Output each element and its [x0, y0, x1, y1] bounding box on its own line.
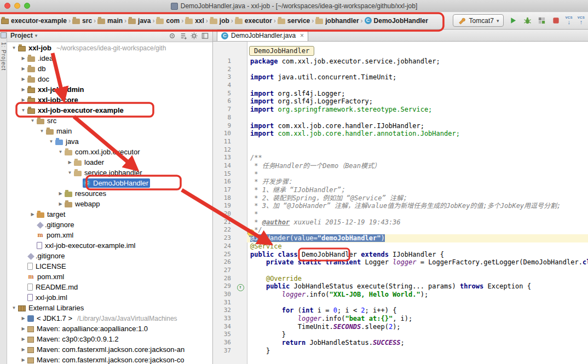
expand-arrow-icon[interactable]: ▶ [20, 66, 27, 71]
collapse-arrow-icon[interactable]: ▼ [57, 149, 64, 154]
code-line-36[interactable]: 36 return JobHandleStatus.SUCCESS; [213, 339, 588, 347]
tree-item-.gitignore[interactable]: .gitignore [7, 251, 212, 261]
collapse-arrow-icon[interactable]: ▼ [38, 129, 45, 134]
expand-arrow-icon[interactable]: ▶ [20, 97, 27, 102]
breadcrumb-item-src[interactable]: src [72, 17, 92, 25]
tree-item-.idea[interactable]: ▶.idea [7, 53, 212, 63]
code-line-23[interactable]: 23@JobHander(value="demoJobHandler") [213, 234, 588, 242]
tree-item-license[interactable]: LICENSE [7, 261, 212, 271]
tree-item-src[interactable]: ▼src [7, 115, 212, 126]
intention-bulb-icon[interactable] [247, 229, 255, 236]
run-with-coverage-button[interactable] [537, 16, 546, 25]
run-config-selector[interactable]: Tomcat7 ▾ [453, 14, 504, 27]
collapse-arrow-icon[interactable]: ▼ [10, 45, 18, 50]
expand-arrow-icon[interactable]: ▶ [20, 87, 27, 92]
code-line-9[interactable]: 9import com.xxl.job.core.handler.IJobHan… [213, 122, 588, 130]
expand-arrow-icon[interactable]: ▶ [20, 316, 27, 321]
breadcrumb-item-executor-example[interactable]: executor-example [1, 17, 67, 25]
code-line-16[interactable]: 16 * 开发步骤： [213, 178, 588, 186]
tree-item-resources[interactable]: ▶resources [7, 188, 212, 199]
collapse-arrow-icon[interactable]: ▼ [20, 108, 27, 113]
collapse-arrow-icon[interactable]: ▼ [10, 305, 18, 310]
tree-item-xxl-job-executor-example[interactable]: ▼xxl-job-executor-example [7, 105, 212, 115]
code-line-15[interactable]: 15 * [213, 170, 588, 178]
expand-arrow-icon[interactable]: ▶ [66, 160, 73, 165]
locate-file-button[interactable] [168, 31, 176, 40]
tree-item-.gitignore[interactable]: .gitignore [7, 219, 212, 230]
expand-arrow-icon[interactable]: ▶ [29, 212, 36, 217]
breadcrumb-item-main[interactable]: main [97, 17, 123, 25]
code-line-22[interactable]: 22 */ [213, 226, 588, 234]
expand-arrow-icon[interactable]: ▶ [57, 201, 64, 206]
code-line-2[interactable]: 2 [213, 66, 588, 74]
code-line-37[interactable]: 37 } [213, 347, 588, 355]
tree-item-loader[interactable]: ▶loader [7, 157, 212, 167]
breadcrumb-item-java[interactable]: java [128, 17, 151, 25]
tree-item-xxl-job[interactable]: ▼xxl-job~/workspaces/idea-git-workspace/… [7, 43, 212, 53]
project-tool-window-icon[interactable] [1, 32, 7, 38]
tree-item-doc[interactable]: ▶doc [7, 74, 212, 84]
debug-button[interactable] [523, 16, 532, 25]
code-line-21[interactable]: 21 * @author xuxueli 2015-12-19 19:43:36 [213, 218, 588, 227]
stop-button[interactable] [551, 16, 561, 25]
project-tool-window-tab[interactable]: 1: Project [1, 42, 7, 71]
code-line-12[interactable]: 12 [213, 146, 588, 154]
tree-item-maven-aopalliance-aopalliance-1.0[interactable]: ▶Maven: aopalliance:aopalliance:1.0 [7, 323, 212, 334]
tree-item-db[interactable]: ▶db [7, 63, 212, 74]
code-line-14[interactable]: 14 * 任务Handler的一个Demo（Bean模式） [213, 162, 588, 170]
code-line-28[interactable]: 28 @Override [213, 275, 588, 283]
code-line-24[interactable]: 24@Service [213, 242, 588, 251]
tree-item-maven-c3p0-c3p0-0.9.1.2[interactable]: ▶Maven: c3p0:c3p0:0.9.1.2 [7, 334, 212, 344]
code-line-13[interactable]: 13/** [213, 154, 588, 162]
breadcrumb-item-jobhandler[interactable]: jobhandler [315, 17, 359, 25]
code-line-10[interactable]: 10import com.xxl.job.core.handler.annota… [213, 130, 588, 138]
tree-item-maven-com.fasterxml.jackson.core-jackson-an[interactable]: ▶Maven: com.fasterxml.jackson.core:jacks… [7, 344, 212, 355]
code-line-18[interactable]: 18 * 2、装配到Spring，例如加 “@Service” 注解； [213, 194, 588, 203]
minimize-window-button[interactable] [14, 3, 20, 9]
code-line-33[interactable]: 33 logger.info("beat at:{}", i); [213, 315, 588, 323]
tree-item-readme.md[interactable]: README.md [7, 282, 212, 292]
code-line-25[interactable]: 25public class DemoJobHandler extends IJ… [213, 251, 588, 259]
code-line-30[interactable]: 30 logger.info("XXL-JOB, Hello World."); [213, 291, 588, 299]
close-window-button[interactable] [4, 3, 10, 9]
tab-demojobhandler[interactable]: C DemoJobHandler.java × [217, 30, 308, 41]
code-line-3[interactable]: 3import java.util.concurrent.TimeUnit; [213, 73, 588, 82]
code-line-35[interactable]: 35 } [213, 331, 588, 339]
code-line-26[interactable]: 26 private static transient Logger logge… [213, 258, 588, 267]
code-line-19[interactable]: 19 * 3、加 “@JobHander” 注解，注解value值为新增任务生成… [213, 202, 588, 210]
tree-item-xxl-job.iml[interactable]: xxl-job.iml [7, 292, 212, 303]
tree-item-external-libraries[interactable]: ▼External Libraries [7, 303, 212, 313]
code-line-4[interactable]: 4 [213, 82, 588, 90]
tree-item-service.jobhandler[interactable]: ▼service.jobhandler [7, 167, 212, 178]
tree-item-main[interactable]: ▼main [7, 126, 212, 136]
code-line-11[interactable]: 11 [213, 138, 588, 146]
vcs-update-button[interactable]: VCS ↓ [566, 16, 573, 25]
code-line-5[interactable]: 5import org.slf4j.Logger; [213, 90, 588, 98]
collapse-all-button[interactable] [178, 31, 187, 40]
code-line-1[interactable]: 1package com.xxl.job.executor.service.jo… [213, 57, 588, 66]
tree-item-com.xxl.job.executor[interactable]: ▼com.xxl.job.executor [7, 147, 212, 157]
expand-arrow-icon[interactable]: ▶ [20, 77, 27, 82]
code-line-34[interactable]: 34 TimeUnit.SECONDS.sleep(2); [213, 323, 588, 331]
expand-arrow-icon[interactable]: ▶ [20, 357, 27, 362]
tree-item-target[interactable]: ▶target [7, 209, 212, 219]
breadcrumb-item-xxl[interactable]: xxl [185, 17, 204, 25]
expand-arrow-icon[interactable]: ▶ [20, 326, 27, 331]
tree-item-xxl-job-executor-example.iml[interactable]: xxl-job-executor-example.iml [7, 240, 212, 251]
project-view-selector[interactable]: Project [10, 32, 33, 39]
close-tab-icon[interactable]: × [300, 32, 304, 39]
collapse-arrow-icon[interactable]: ▼ [66, 170, 73, 175]
code-line-7[interactable]: 7import org.springframework.stereotype.S… [213, 106, 588, 114]
tree-item-demojobhandler[interactable]: CDemoJobHandler [7, 178, 212, 188]
tree-item-maven-com.fasterxml.jackson.core-jackson-co[interactable]: ▶Maven: com.fasterxml.jackson.core:jacks… [7, 355, 212, 364]
code-line-6[interactable]: 6import org.slf4j.LoggerFactory; [213, 97, 588, 106]
tree-item--jdk1.7-[interactable]: ▶< JDK1.7 >/Library/Java/JavaVirtualMach… [7, 313, 212, 323]
tree-item-pom.xml[interactable]: mpom.xml [7, 230, 212, 240]
code-line-17[interactable]: 17 * 1、继承 “IJobHandler”； [213, 186, 588, 194]
zoom-window-button[interactable] [24, 3, 30, 9]
hide-panel-button[interactable] [200, 31, 209, 40]
code-line-31[interactable]: 31 [213, 299, 588, 307]
context-chip[interactable]: DemoJobHandler [249, 46, 314, 56]
code-line-29[interactable]: 29↑ public JobHandleStatus execute(Strin… [213, 282, 588, 291]
collapse-arrow-icon[interactable]: ▼ [48, 139, 55, 144]
